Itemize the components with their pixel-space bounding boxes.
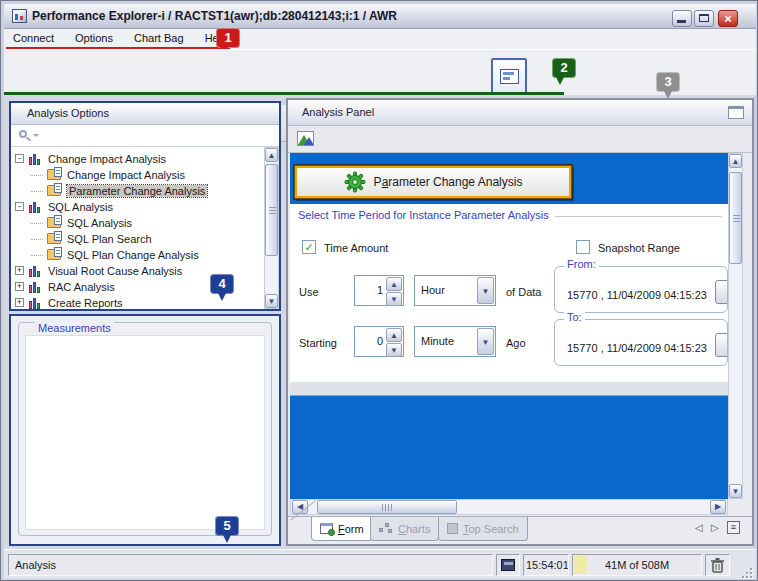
use-amount-spinner[interactable]: 1 ▲▼ bbox=[354, 275, 404, 306]
minimize-button[interactable] bbox=[672, 10, 692, 27]
callout-3-badge: 3 bbox=[656, 72, 680, 92]
spin-up-button[interactable]: ▲ bbox=[386, 328, 402, 342]
tree-item-sql-analysis[interactable]: SQL Analysis bbox=[11, 215, 264, 231]
spin-up-button[interactable]: ▲ bbox=[386, 277, 402, 291]
tree-item-change-impact-analysis[interactable]: Change Impact Analysis bbox=[11, 167, 264, 183]
expand-icon[interactable]: + bbox=[15, 282, 24, 291]
action-button-label: Parameter Change Analysis bbox=[374, 175, 523, 189]
memory-text: 41M of 508M bbox=[605, 559, 669, 571]
tab-next-button[interactable]: ▷ bbox=[711, 522, 719, 533]
from-groupbox: 15770 , 11/04/2009 04:15:23 bbox=[554, 266, 728, 313]
down-arrow-icon: ▼ bbox=[268, 297, 276, 306]
tree-item-create-reports[interactable]: + Create Reports bbox=[11, 295, 264, 309]
gear-icon bbox=[344, 171, 366, 193]
analysis-panel-header: Analysis Panel bbox=[288, 100, 752, 126]
measurements-list[interactable] bbox=[25, 335, 265, 530]
snapshot-range-label: Snapshot Range bbox=[598, 242, 680, 254]
bar-chart-icon bbox=[29, 201, 42, 213]
time-amount-checkbox[interactable]: ✓ bbox=[302, 240, 316, 254]
callout-2-underline bbox=[4, 92, 564, 95]
spin-down-button[interactable]: ▼ bbox=[386, 343, 402, 357]
tree-item-change-impact-analysis-group[interactable]: - Change Impact Analysis bbox=[11, 151, 264, 167]
tab-charts: Charts bbox=[370, 517, 439, 541]
tab-form[interactable]: Form bbox=[311, 517, 373, 541]
resize-grip[interactable] bbox=[740, 566, 752, 578]
use-unit-dropdown[interactable]: Hour ▼ bbox=[414, 275, 496, 306]
windows-layout-icon bbox=[493, 60, 525, 93]
float-panel-button[interactable] bbox=[728, 106, 744, 119]
tab-list-button[interactable]: ≡ bbox=[727, 521, 740, 534]
bar-chart-icon bbox=[29, 153, 42, 165]
expand-icon[interactable]: + bbox=[15, 266, 24, 275]
down-arrow-icon: ▼ bbox=[390, 295, 398, 304]
next-triangle-icon: ▷ bbox=[711, 522, 719, 533]
dropdown-button[interactable]: ▼ bbox=[477, 277, 494, 304]
panel-tab-bar: Form Charts Top Search ◁ ▷ ≡ bbox=[288, 516, 752, 544]
time-period-section: Select Time Period for Instance Paramete… bbox=[290, 204, 728, 382]
up-arrow-icon: ▲ bbox=[390, 280, 398, 289]
use-unit-value: Hour bbox=[421, 284, 445, 296]
collapse-icon[interactable]: - bbox=[15, 154, 24, 163]
menu-chart-bag[interactable]: Chart Bag bbox=[125, 29, 193, 49]
status-console-field[interactable] bbox=[496, 554, 520, 576]
panel-toolbar bbox=[288, 126, 752, 153]
tree-search-field[interactable] bbox=[11, 125, 279, 147]
snapshot-range-checkbox[interactable] bbox=[576, 240, 590, 254]
tree-item-sql-plan-change-analysis[interactable]: SQL Plan Change Analysis bbox=[11, 247, 264, 263]
spin-down-button[interactable]: ▼ bbox=[386, 292, 402, 306]
tab-prev-button[interactable]: ◁ bbox=[695, 522, 703, 533]
analysis-doc-icon bbox=[47, 249, 61, 260]
use-amount-value: 1 bbox=[377, 284, 383, 296]
down-arrow-icon: ▼ bbox=[732, 487, 740, 496]
tree-item-sql-analysis-group[interactable]: - SQL Analysis bbox=[11, 199, 264, 215]
dropdown-button[interactable]: ▼ bbox=[477, 328, 494, 355]
callout-1-badge: 1 bbox=[216, 28, 240, 48]
down-arrow-icon: ▼ bbox=[390, 346, 398, 355]
section-title-row: Select Time Period for Instance Paramete… bbox=[298, 209, 722, 221]
scroll-right-button[interactable]: ▶ bbox=[710, 500, 726, 514]
collapse-icon[interactable]: - bbox=[15, 202, 24, 211]
panel-horizontal-scrollbar[interactable]: ◀ ▶ bbox=[290, 499, 728, 515]
scroll-up-button[interactable]: ▲ bbox=[265, 148, 278, 162]
layout-button[interactable] bbox=[491, 58, 527, 95]
panel-vertical-scrollbar[interactable]: ▲ ▼ bbox=[728, 153, 743, 499]
ago-label: Ago bbox=[506, 337, 526, 349]
scrollbar-thumb[interactable] bbox=[729, 172, 742, 264]
starting-unit-value: Minute bbox=[421, 335, 454, 347]
scroll-down-button[interactable]: ▼ bbox=[729, 484, 742, 498]
expand-icon[interactable]: + bbox=[15, 298, 24, 307]
status-mode-field: Analysis bbox=[8, 554, 493, 576]
check-icon: ✓ bbox=[304, 241, 313, 253]
down-arrow-icon: ▼ bbox=[482, 338, 490, 347]
analysis-doc-icon bbox=[47, 185, 61, 196]
tree-item-sql-plan-search[interactable]: SQL Plan Search bbox=[11, 231, 264, 247]
callout-5-badge: 5 bbox=[215, 516, 239, 536]
menu-options[interactable]: Options bbox=[66, 29, 122, 49]
scrollbar-thumb[interactable] bbox=[265, 164, 278, 256]
analysis-panel: Analysis Panel Parameter Change Analysis… bbox=[286, 98, 754, 546]
starting-unit-dropdown[interactable]: Minute ▼ bbox=[414, 326, 496, 357]
garbage-collect-button[interactable] bbox=[705, 554, 730, 576]
parameter-change-analysis-button[interactable]: Parameter Change Analysis bbox=[294, 165, 572, 199]
starting-amount-value: 0 bbox=[377, 335, 383, 347]
tree-scrollbar[interactable]: ▲ ▼ bbox=[264, 147, 279, 309]
starting-amount-spinner[interactable]: 0 ▲▼ bbox=[354, 326, 404, 357]
title-bar[interactable]: Performance Explorer-i / RACTST1(awr);db… bbox=[4, 4, 756, 29]
scrollbar-thumb[interactable] bbox=[317, 500, 457, 514]
top-search-tab-icon bbox=[447, 523, 458, 534]
chart-result-icon[interactable] bbox=[297, 131, 314, 146]
menu-connect[interactable]: Connect bbox=[4, 29, 63, 49]
to-picker-button[interactable] bbox=[715, 333, 728, 357]
window-title: Performance Explorer-i / RACTST1(awr);db… bbox=[32, 9, 397, 23]
scroll-down-button[interactable]: ▼ bbox=[265, 294, 278, 308]
scroll-up-button[interactable]: ▲ bbox=[729, 154, 742, 168]
maximize-button[interactable] bbox=[694, 10, 714, 27]
close-icon: × bbox=[724, 11, 732, 26]
from-picker-button[interactable] bbox=[715, 280, 728, 304]
to-value: 15770 , 11/04/2009 04:15:23 bbox=[567, 342, 707, 354]
trash-icon bbox=[710, 557, 725, 573]
to-label: To: bbox=[564, 311, 585, 323]
tree-item-parameter-change-analysis[interactable]: Parameter Change Analysis bbox=[11, 183, 264, 199]
use-label: Use bbox=[299, 286, 319, 298]
close-button[interactable]: × bbox=[718, 10, 738, 27]
